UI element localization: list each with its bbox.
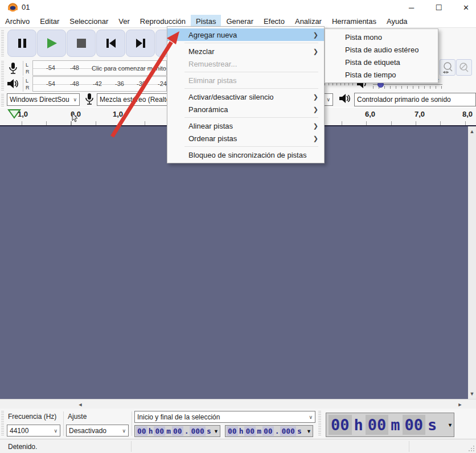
stop-icon — [77, 39, 86, 48]
monitoring-hint: Clic para comenzar monito — [92, 65, 166, 72]
submenu-arrow-icon: ❯ — [313, 48, 318, 55]
output-device-select[interactable]: Controlador primario de sonido — [354, 93, 476, 106]
pause-button[interactable] — [7, 30, 36, 57]
zoom-fit-selection-icon — [442, 61, 453, 74]
menu-item-agregar-nueva[interactable]: Agregar nueva ❯ — [167, 28, 324, 41]
selection-range-mode-select[interactable]: Inicio y final de la selección∨ — [134, 411, 315, 423]
skip-to-end-icon — [136, 38, 146, 48]
submenu-arrow-icon: ❯ — [313, 93, 318, 101]
horizontal-scrollbar[interactable]: ◄ ► — [0, 399, 476, 409]
input-device-mic-icon — [84, 93, 95, 105]
tracks-menu-popup: Agregar nueva ❯ Mezclar ❯ Remuestrear...… — [167, 26, 325, 163]
chevron-down-icon: ▼ — [214, 429, 219, 434]
audacity-logo-icon — [7, 2, 18, 13]
resize-grip-icon[interactable] — [468, 445, 475, 452]
track-canvas[interactable] — [0, 126, 468, 399]
meter-toolbar-grip[interactable] — [1, 61, 4, 90]
transport-toolbar-grip[interactable] — [1, 30, 4, 57]
microphone-icon — [8, 62, 18, 75]
zoom-fit-selection-button[interactable] — [440, 59, 456, 76]
menu-item-pista-mono[interactable]: Pista mono — [325, 31, 438, 43]
menu-efecto[interactable]: Efecto — [258, 15, 290, 27]
scroll-up-arrow-icon[interactable]: ▲ — [468, 127, 476, 135]
chevron-down-icon: ▼ — [306, 429, 311, 434]
submenu-arrow-icon: ❯ — [313, 135, 318, 142]
menu-separator — [184, 72, 318, 72]
zoom-toggle-button[interactable] — [456, 59, 472, 76]
menu-archivo[interactable]: Archivo — [0, 15, 35, 27]
menu-separator — [184, 146, 318, 147]
menu-pistas[interactable]: Pistas — [191, 15, 221, 27]
play-button[interactable] — [37, 30, 66, 57]
window-title: 01 — [22, 3, 30, 11]
menu-item-pista-audio-estereo[interactable]: Pista de audio estéreo — [325, 43, 438, 56]
record-meter[interactable]: -54 -48 Clic para comenzar monito — [32, 60, 167, 76]
zoom-toggle-icon — [458, 62, 470, 73]
menu-editar[interactable]: Editar — [35, 15, 64, 27]
menu-separator — [184, 43, 318, 43]
selection-toolbar-grip[interactable] — [1, 411, 4, 436]
menu-ayuda[interactable]: Ayuda — [381, 15, 413, 27]
pause-icon — [18, 38, 27, 48]
skip-to-start-button[interactable] — [96, 30, 125, 57]
vertical-scrollbar[interactable]: ▲ ▼ — [468, 126, 476, 399]
scroll-left-arrow-icon[interactable]: ◄ — [76, 401, 85, 408]
minimize-icon: ─ — [409, 3, 414, 12]
minimize-button[interactable]: ─ — [399, 0, 424, 15]
menu-generar[interactable]: Generar — [221, 15, 258, 27]
menu-item-alinear-pistas[interactable]: Alinear pistas ❯ — [167, 120, 324, 132]
time-toolbar-grip[interactable] — [318, 411, 321, 436]
audio-position-time[interactable]: 00h00m00s ▾ — [326, 413, 454, 437]
playback-volume-slider[interactable] — [373, 83, 442, 90]
chevron-down-icon: ▾ — [449, 422, 452, 428]
mouse-cursor-icon — [72, 113, 79, 122]
selection-end-time[interactable]: 00h00m00.000s ▼ — [225, 425, 313, 437]
frequency-select[interactable]: 44100∨ — [7, 425, 60, 436]
divider — [409, 441, 409, 452]
menu-bar: Archivo Editar Seleccionar Ver Reproducc… — [0, 15, 476, 27]
chevron-down-icon: ∨ — [71, 97, 77, 102]
menu-herramientas[interactable]: Herramientas — [327, 15, 381, 27]
device-toolbar-grip[interactable] — [1, 94, 4, 106]
snap-select[interactable]: Desactivado∨ — [66, 425, 129, 436]
menu-item-pista-tiempo[interactable]: Pista de tiempo — [325, 68, 438, 81]
maximize-icon: ☐ — [436, 3, 442, 12]
close-icon: ✕ — [463, 3, 469, 12]
maximize-button[interactable]: ☐ — [426, 0, 452, 15]
menu-item-ordenar-pistas[interactable]: Ordenar pistas ❯ — [167, 132, 324, 145]
status-bar: Detenido. — [0, 439, 476, 453]
menu-item-mezclar[interactable]: Mezclar ❯ — [167, 45, 324, 57]
selection-start-time[interactable]: 00h00m00.000s ▼ — [134, 425, 220, 437]
selection-toolbar: Frecuencia (Hz) 44100∨ Ajuste Desactivad… — [0, 409, 476, 439]
menu-seleccionar[interactable]: Seleccionar — [64, 15, 113, 27]
menu-ver[interactable]: Ver — [113, 15, 135, 27]
speaker-icon — [7, 78, 19, 89]
chevron-down-icon: ∨ — [51, 428, 58, 434]
menu-item-remuestrear: Remuestrear... — [167, 57, 324, 70]
play-icon — [46, 38, 58, 49]
playback-meter-channels: L R — [23, 77, 32, 92]
divider — [131, 441, 132, 452]
audio-host-select[interactable]: Windows DirectSou∨ — [7, 93, 80, 106]
submenu-arrow-icon: ❯ — [313, 106, 318, 113]
menu-analizar[interactable]: Analizar — [290, 15, 327, 27]
playback-meter[interactable]: -54 -48 -42 -36 -30 -24 — [32, 76, 167, 92]
chevron-down-icon: ∨ — [120, 428, 126, 434]
menu-item-panoramica[interactable]: Panorámica ❯ — [167, 103, 324, 116]
menu-item-pista-etiqueta[interactable]: Pista de etiqueta — [325, 56, 438, 68]
menu-item-activar-desactivar-silencio[interactable]: Activar/desactivar silencio ❯ — [167, 90, 324, 103]
scroll-right-arrow-icon[interactable]: ► — [456, 401, 465, 408]
menu-separator — [184, 88, 318, 89]
frequency-label: Frecuencia (Hz) — [8, 413, 56, 421]
status-text: Detenido. — [8, 443, 37, 451]
stop-button[interactable] — [67, 30, 96, 57]
scroll-down-arrow-icon[interactable]: ▼ — [468, 390, 476, 398]
menu-item-bloqueo-sincronizacion[interactable]: Bloqueo de sincronización de pistas — [167, 149, 324, 161]
skip-to-end-button[interactable] — [126, 30, 155, 57]
submenu-arrow-icon: ❯ — [313, 122, 318, 130]
menu-reproduccion[interactable]: Reproducción — [135, 15, 191, 27]
close-button[interactable]: ✕ — [453, 0, 476, 15]
add-new-submenu-popup: Pista mono Pista de audio estéreo Pista … — [325, 28, 438, 83]
snap-label: Ajuste — [68, 413, 87, 421]
submenu-arrow-icon: ❯ — [313, 31, 318, 39]
